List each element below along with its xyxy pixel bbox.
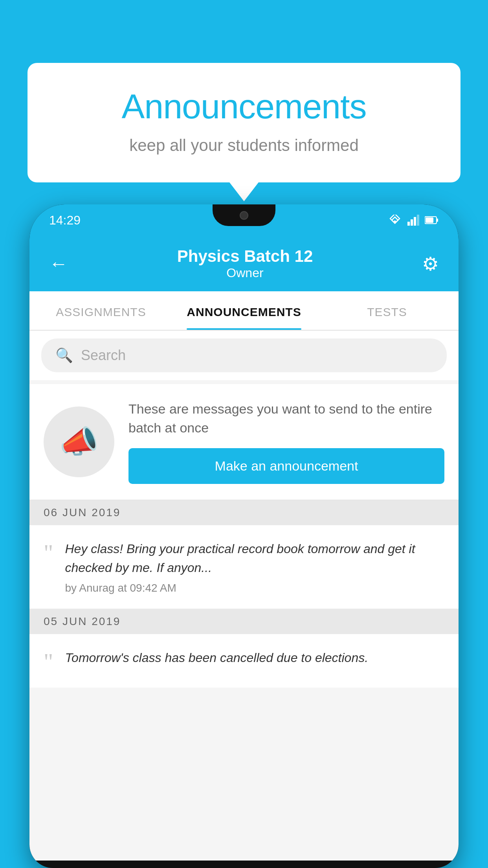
header-title: Physics Batch 12 [177, 247, 313, 266]
back-button[interactable]: ← [49, 253, 68, 274]
speech-bubble-container: Announcements keep all your students inf… [28, 63, 460, 182]
quote-icon-2: " [44, 650, 53, 673]
announcement-text-block-1: Hey class! Bring your practical record b… [65, 539, 445, 594]
svg-rect-5 [437, 219, 438, 222]
gear-icon[interactable]: ⚙ [422, 253, 439, 275]
tab-announcements[interactable]: ANNOUNCEMENTS [172, 291, 316, 330]
tab-assignments[interactable]: ASSIGNMENTS [29, 291, 172, 330]
search-bar-wrap: 🔍 Search [29, 331, 459, 380]
search-bar[interactable]: 🔍 Search [41, 338, 447, 372]
promo-icon-circle: 📣 [44, 406, 114, 477]
promo-description: These are messages you want to send to t… [128, 400, 444, 437]
header-center: Physics Batch 12 Owner [177, 247, 313, 280]
announcement-item-2: " Tomorrow's class has been cancelled du… [29, 634, 459, 688]
quote-icon-1: " [44, 541, 53, 565]
announcements-subtitle: keep all your students informed [59, 136, 429, 155]
tab-tests[interactable]: TESTS [316, 291, 459, 330]
wifi-icon [388, 215, 402, 226]
announcement-by-1: by Anurag at 09:42 AM [65, 582, 445, 594]
svg-rect-0 [407, 222, 410, 226]
promo-right: These are messages you want to send to t… [128, 400, 444, 484]
app-header: ← Physics Batch 12 Owner ⚙ [29, 236, 459, 291]
phone-frame: 14:29 [29, 204, 459, 868]
announcement-text-block-2: Tomorrow's class has been cancelled due … [65, 648, 445, 672]
svg-rect-6 [426, 217, 433, 223]
status-bar: 14:29 [29, 204, 459, 236]
search-placeholder: Search [81, 347, 126, 364]
phone-screen: 14:29 [29, 204, 459, 868]
announcement-text-1: Hey class! Bring your practical record b… [65, 539, 445, 577]
notch [213, 204, 275, 226]
date-separator-2: 05 JUN 2019 [29, 609, 459, 634]
svg-rect-2 [414, 217, 416, 226]
notch-camera [240, 211, 248, 220]
search-icon: 🔍 [55, 347, 73, 364]
announcement-promo: 📣 These are messages you want to send to… [29, 384, 459, 500]
phone-content: 🔍 Search 📣 These are messages you want t… [29, 331, 459, 861]
announcements-title: Announcements [59, 86, 429, 127]
header-subtitle: Owner [177, 266, 313, 280]
make-announcement-button[interactable]: Make an announcement [128, 448, 444, 484]
signal-icon [407, 215, 419, 226]
battery-icon [425, 216, 439, 224]
status-icons [388, 215, 439, 226]
speech-bubble: Announcements keep all your students inf… [28, 63, 460, 182]
tabs-bar: ASSIGNMENTS ANNOUNCEMENTS TESTS [29, 291, 459, 331]
svg-rect-1 [411, 219, 413, 226]
announcement-text-2: Tomorrow's class has been cancelled due … [65, 648, 445, 667]
announcement-item-1: " Hey class! Bring your practical record… [29, 525, 459, 609]
status-time: 14:29 [49, 213, 81, 228]
svg-rect-3 [417, 215, 419, 226]
megaphone-icon: 📣 [59, 423, 99, 460]
date-separator-1: 06 JUN 2019 [29, 500, 459, 525]
